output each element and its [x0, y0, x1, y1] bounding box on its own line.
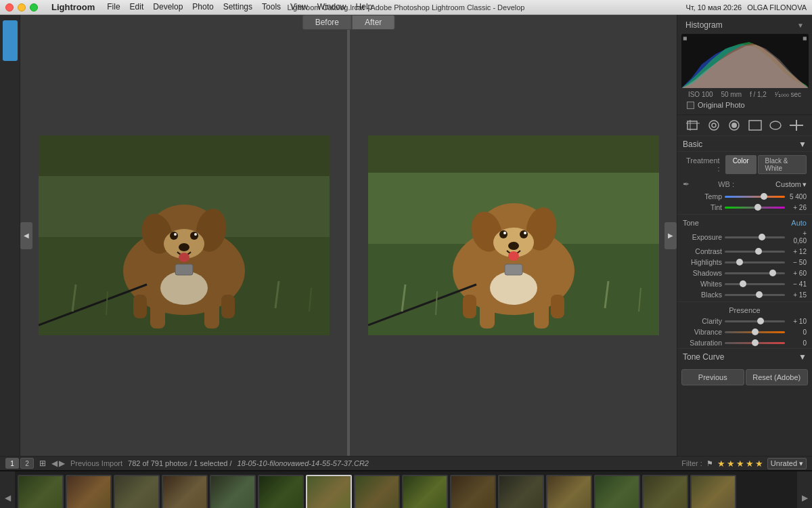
- minimize-button[interactable]: [18, 3, 26, 12]
- film-thumb-13[interactable]: [594, 475, 640, 509]
- after-tab[interactable]: After: [352, 15, 394, 30]
- star-2[interactable]: ★: [727, 459, 735, 469]
- wb-dropdown[interactable]: Custom ▾: [775, 180, 807, 189]
- menu-view[interactable]: View: [290, 2, 308, 12]
- menu-edit[interactable]: Edit: [130, 2, 144, 12]
- filter-flag-icon: ⚑: [706, 459, 713, 468]
- film-thumb-8[interactable]: [354, 475, 400, 509]
- bw-treatment-btn[interactable]: Black & White: [758, 155, 807, 174]
- film-thumb-11[interactable]: [498, 475, 544, 509]
- saturation-slider[interactable]: [725, 342, 785, 344]
- film-thumb-3[interactable]: [114, 475, 160, 509]
- blacks-slider[interactable]: [725, 294, 785, 296]
- film-thumb-9[interactable]: [402, 475, 448, 509]
- previous-button[interactable]: Previous: [681, 369, 744, 385]
- star-3[interactable]: ★: [736, 459, 744, 469]
- contrast-thumb[interactable]: [755, 248, 762, 255]
- highlights-thumb[interactable]: [736, 259, 743, 266]
- adjustment-brush-tool[interactable]: [788, 119, 805, 131]
- tint-slider[interactable]: [725, 207, 785, 209]
- film-thumb-1[interactable]: [18, 475, 64, 509]
- red-eye-correction-tool[interactable]: [726, 119, 742, 131]
- filmstrip: ◀ Adobe Lightroom Classic CC: [0, 471, 812, 508]
- right-panel: Histogram ▼ ◼ ◼: [677, 15, 812, 456]
- basic-header: Basic ▼: [677, 136, 812, 152]
- exposure-slider[interactable]: [725, 236, 785, 238]
- film-thumb-12[interactable]: [546, 475, 592, 509]
- film-thumb-6[interactable]: [258, 475, 304, 509]
- crop-overlay-tool[interactable]: [685, 119, 701, 131]
- prev-arrow[interactable]: ◀: [51, 459, 58, 468]
- menu-tools[interactable]: Tools: [262, 2, 281, 12]
- next-arrow[interactable]: ▶: [59, 459, 65, 468]
- grid-view-button[interactable]: ⊞: [39, 459, 46, 468]
- photo-area: ◀: [20, 15, 677, 456]
- page-1-button[interactable]: 1: [5, 458, 19, 469]
- fullscreen-button[interactable]: [30, 3, 38, 12]
- reset-button[interactable]: Reset (Adobe): [746, 369, 809, 385]
- svg-point-55: [709, 121, 719, 130]
- blacks-thumb[interactable]: [756, 291, 763, 298]
- close-button[interactable]: [5, 3, 14, 12]
- vibrance-slider[interactable]: [725, 331, 785, 333]
- color-treatment-btn[interactable]: Color: [725, 155, 757, 174]
- temp-thumb[interactable]: [761, 193, 767, 200]
- wb-eyedropper-icon[interactable]: ✒: [683, 179, 690, 189]
- star-4[interactable]: ★: [746, 459, 754, 469]
- clarity-thumb[interactable]: [757, 318, 764, 324]
- filmstrip-next-arrow[interactable]: ▶: [797, 471, 812, 508]
- tone-curve-label: Tone Curve: [683, 352, 724, 362]
- menu-photo[interactable]: Photo: [192, 2, 213, 12]
- graduated-filter-tool[interactable]: [747, 119, 763, 131]
- original-photo-checkbox[interactable]: [687, 102, 694, 109]
- film-thumb-4[interactable]: [162, 475, 208, 509]
- highlights-slider[interactable]: [725, 261, 785, 263]
- temp-slider[interactable]: [725, 196, 785, 198]
- titlebar-left: Lightroom File Edit Develop Photo Settin…: [5, 2, 372, 12]
- film-thumb-10[interactable]: [450, 475, 496, 509]
- auto-button[interactable]: Auto: [791, 219, 807, 227]
- panel-expand-left[interactable]: ◀: [20, 222, 32, 249]
- film-thumb-5[interactable]: [210, 475, 256, 509]
- menu-window[interactable]: Window: [317, 2, 346, 12]
- basic-collapse-icon[interactable]: ▼: [798, 140, 807, 149]
- star-1[interactable]: ★: [717, 459, 725, 469]
- menu-help[interactable]: Help: [356, 2, 373, 12]
- menu-develop[interactable]: Develop: [153, 2, 183, 12]
- saturation-thumb[interactable]: [752, 339, 759, 346]
- app-name: Lightroom: [51, 2, 95, 12]
- histogram-clipping-shadow[interactable]: ◼: [683, 35, 687, 41]
- film-thumb-2[interactable]: [66, 475, 112, 509]
- left-panel-tab[interactable]: [3, 20, 18, 61]
- filter-label: Filter :: [681, 459, 702, 467]
- histogram-clipping-highlight[interactable]: ◼: [803, 35, 807, 41]
- tone-curve-collapse-icon[interactable]: ▼: [798, 352, 807, 362]
- film-thumb-7-selected[interactable]: Adobe Lightroom Classic CC: [306, 475, 352, 509]
- menu-file[interactable]: File: [107, 2, 120, 12]
- film-thumb-14[interactable]: [642, 475, 688, 509]
- histogram-collapse-icon[interactable]: ▼: [797, 22, 804, 29]
- before-photo-image: [39, 135, 330, 335]
- filmstrip-prev-arrow[interactable]: ◀: [0, 471, 15, 508]
- clarity-slider[interactable]: [725, 320, 785, 322]
- vibrance-thumb[interactable]: [752, 329, 759, 335]
- shadows-thumb[interactable]: [769, 270, 776, 276]
- histogram-canvas: ◼ ◼: [681, 34, 809, 88]
- whites-slider[interactable]: [725, 283, 785, 285]
- menu-settings[interactable]: Settings: [223, 2, 252, 12]
- blacks-slider-row: Blacks + 15: [677, 289, 812, 300]
- film-thumb-15[interactable]: [690, 475, 736, 509]
- star-rating-filter[interactable]: ★ ★ ★ ★ ★: [717, 459, 763, 469]
- spot-removal-tool[interactable]: [706, 119, 722, 131]
- exposure-thumb[interactable]: [759, 234, 765, 240]
- radial-filter-tool[interactable]: [767, 119, 784, 131]
- rating-dropdown[interactable]: Unrated ▾: [767, 458, 807, 469]
- whites-thumb[interactable]: [740, 280, 746, 287]
- panel-expand-right[interactable]: ▶: [664, 222, 677, 249]
- page-2-button[interactable]: 2: [20, 458, 34, 469]
- star-5[interactable]: ★: [755, 459, 763, 469]
- tint-thumb[interactable]: [754, 204, 761, 211]
- before-tab[interactable]: Before: [302, 15, 352, 30]
- contrast-slider[interactable]: [725, 251, 785, 253]
- shadows-slider[interactable]: [725, 272, 785, 274]
